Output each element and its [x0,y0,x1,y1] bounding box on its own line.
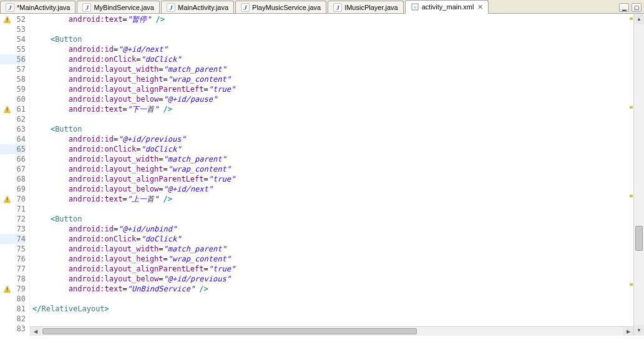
code-line: android:text="UnBindService" /> [32,284,633,294]
token-attr: android:id [69,45,114,54]
svg-rect-7 [7,201,7,202]
editor-area: 5253545556575859606162636465666768697071… [0,14,644,336]
tab-label: IMusicPlayer.java [344,4,398,11]
token-str: "@+id/next" [118,45,167,54]
token-str: "@+id/previous" [118,135,185,143]
code-line: android:layout_alignParentLeft="true" [32,84,633,94]
token-attr: android:text [69,15,123,24]
token-eq: = [123,195,127,203]
token-str: "暂停" [127,15,151,24]
code-line: android:layout_width="match_parent" [32,244,633,254]
line-number: 80 [0,294,26,304]
token-str: "match_parent" [163,155,227,163]
editor-tab[interactable]: Xactivity_main.xml✕ [405,0,489,14]
code-line [32,294,633,304]
token-str: "UnBindService" [127,284,195,293]
scroll-thumb[interactable] [42,328,417,334]
line-number: 54 [0,34,26,44]
tab-label: PlayMusicService.java [252,4,321,11]
token-brk: /> [159,195,172,203]
token-attr: android:text [69,195,123,203]
editor-tab[interactable]: JMyBindService.java [77,1,160,13]
warning-icon [4,195,11,202]
token-brk: > [105,304,109,313]
token-attr: android:layout_width [69,65,159,74]
token-str: "@+id/previous" [163,275,231,283]
editor-tab[interactable]: JMainActivity.java [161,1,234,13]
token-attr: android:layout_width [69,245,159,253]
line-number: 67 [0,164,26,174]
line-number: 73 [0,224,26,234]
token-eq: = [159,155,163,163]
code-line: android:text="暂停" /> [32,14,633,24]
token-attr: android:layout_width [69,155,159,163]
code-line: android:layout_below="@+id/previous" [32,274,633,284]
svg-rect-9 [7,291,7,291]
warning-icon [4,105,11,112]
code-content[interactable]: android:text="暂停" /> <Button android:id=… [30,14,633,336]
line-number: 78 [0,274,26,284]
editor-tab[interactable]: JIMusicPlayer.java [328,1,404,13]
maximize-button[interactable]: ▢ [632,3,642,12]
line-number: 77 [0,264,26,274]
token-attr: android:id [69,135,114,143]
horizontal-scrollbar[interactable]: ◀ ▶ [30,326,633,336]
editor-tab-bar: J*MainActivity.javaJMyBindService.javaJM… [0,0,644,14]
scroll-thumb[interactable] [635,226,643,251]
line-number: 72 [0,214,26,224]
code-line: android:layout_below="@+id/next" [32,184,633,194]
minimize-button[interactable]: ▁ [619,3,629,12]
token-eq: = [204,175,208,183]
code-line [32,204,633,214]
editor-tab[interactable]: J*MainActivity.java [0,1,76,13]
code-line [32,24,633,34]
token-str: "doClick" [140,235,181,243]
java-file-icon: J [167,3,175,12]
token-attr: android:layout_alignParentLeft [69,175,204,183]
svg-rect-8 [7,288,7,290]
line-number: 52 [0,14,26,24]
token-str: "@+id/next" [163,185,213,193]
token-tag: Button [55,35,82,44]
token-attr: android:onClick [69,145,136,153]
svg-rect-2 [7,18,7,21]
code-line: android:layout_width="match_parent" [32,64,633,74]
token-str: "下一首" [127,105,159,114]
svg-rect-6 [7,198,7,200]
token-str: "wrap_content" [168,165,231,173]
code-line: <Button [32,214,633,224]
vertical-scrollbar[interactable]: ▲ ▼ [633,14,644,336]
code-line: android:layout_width="match_parent" [32,154,633,164]
line-number: 55 [0,44,26,54]
token-str: "doClick" [140,145,181,153]
code-line: android:layout_height="wrap_content" [32,254,633,264]
scroll-up-button[interactable]: ▲ [634,14,644,24]
token-brk: </ [32,304,41,313]
close-icon[interactable]: ✕ [477,3,483,11]
line-number: 61 [0,104,26,114]
line-number: 82 [0,314,26,324]
scroll-down-button[interactable]: ▼ [634,325,644,336]
svg-rect-4 [7,108,7,110]
java-file-icon: J [82,3,91,12]
line-number: 68 [0,174,26,184]
code-line [32,314,633,324]
code-line: android:text="上一首" /> [32,194,633,204]
overview-ruler[interactable] [628,14,633,336]
tab-label: *MainActivity.java [17,4,70,11]
token-eq: = [159,65,163,74]
code-line: android:layout_alignParentLeft="true" [32,174,633,184]
java-file-icon: J [6,3,14,12]
scroll-left-button[interactable]: ◀ [30,327,41,336]
token-str: "doClick" [140,55,181,64]
token-eq: = [204,85,208,94]
line-number: 65 [0,144,26,154]
line-number: 58 [0,74,26,84]
code-line: <Button [32,124,633,134]
editor-tab[interactable]: JPlayMusicService.java [235,1,326,13]
line-number: 60 [0,94,26,104]
token-eq: = [204,265,208,273]
code-line: android:onClick="doClick" [32,144,633,154]
token-attr: android:layout_below [69,185,159,193]
window-controls: ▁ ▢ [617,2,644,13]
